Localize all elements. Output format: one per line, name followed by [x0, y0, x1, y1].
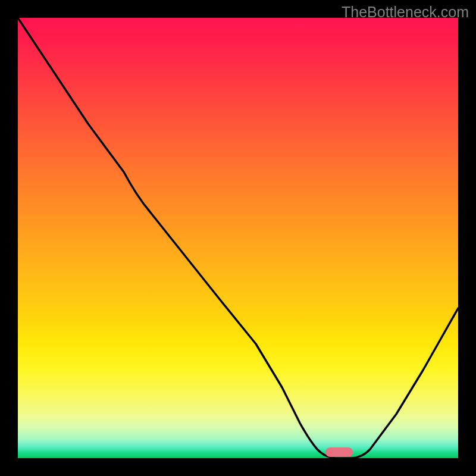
bottleneck-curve-path	[18, 18, 458, 458]
watermark-text: TheBottleneck.com	[342, 4, 469, 21]
chart-container	[18, 18, 458, 458]
chart-curve	[18, 18, 458, 458]
optimal-marker	[325, 447, 353, 457]
